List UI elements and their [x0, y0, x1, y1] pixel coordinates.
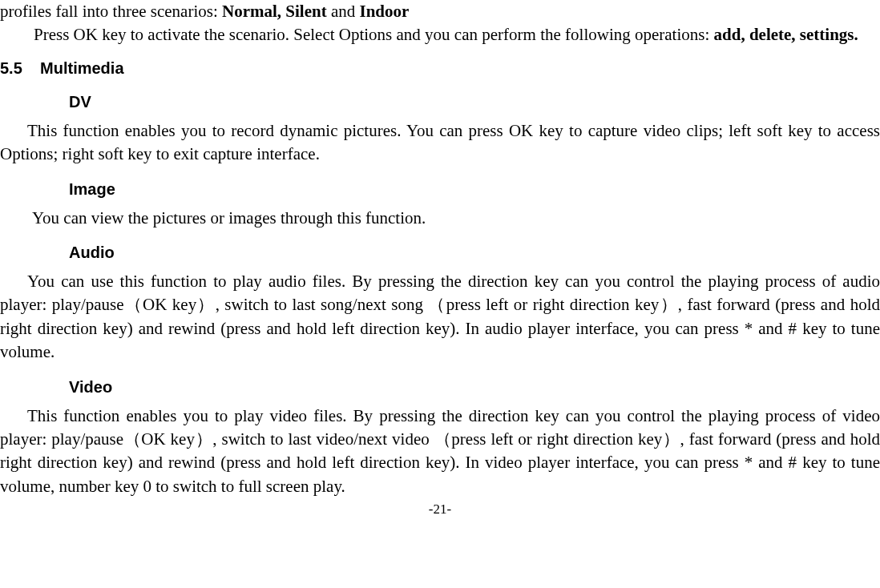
- text-fragment: Press OK key to activate the scenario. S…: [34, 25, 714, 44]
- image-paragraph: You can view the pictures or images thro…: [0, 207, 880, 230]
- audio-heading: Audio: [69, 241, 880, 264]
- text-fragment: profiles fall into three scenarios:: [0, 2, 222, 21]
- bold-indoor: Indoor: [359, 2, 409, 21]
- section-number: 5.5: [0, 59, 22, 77]
- bold-operations: add, delete, settings.: [714, 25, 858, 44]
- section-title: Multimedia: [40, 59, 123, 77]
- profiles-line: profiles fall into three scenarios: Norm…: [0, 0, 880, 23]
- dv-heading: DV: [69, 91, 880, 113]
- page-number: -21-: [0, 500, 880, 519]
- audio-paragraph: You can use this function to play audio …: [0, 270, 880, 364]
- text-fragment: and: [331, 2, 360, 21]
- video-heading: Video: [69, 376, 880, 398]
- image-heading: Image: [69, 178, 880, 200]
- press-ok-paragraph: Press OK key to activate the scenario. S…: [0, 23, 880, 46]
- document-page: profiles fall into three scenarios: Norm…: [0, 0, 880, 519]
- bold-scenarios: Normal, Silent: [222, 2, 331, 21]
- section-5-5-heading: 5.5 Multimedia: [0, 57, 880, 79]
- dv-paragraph: This function enables you to record dyna…: [0, 119, 880, 167]
- video-paragraph: This function enables you to play video …: [0, 405, 880, 499]
